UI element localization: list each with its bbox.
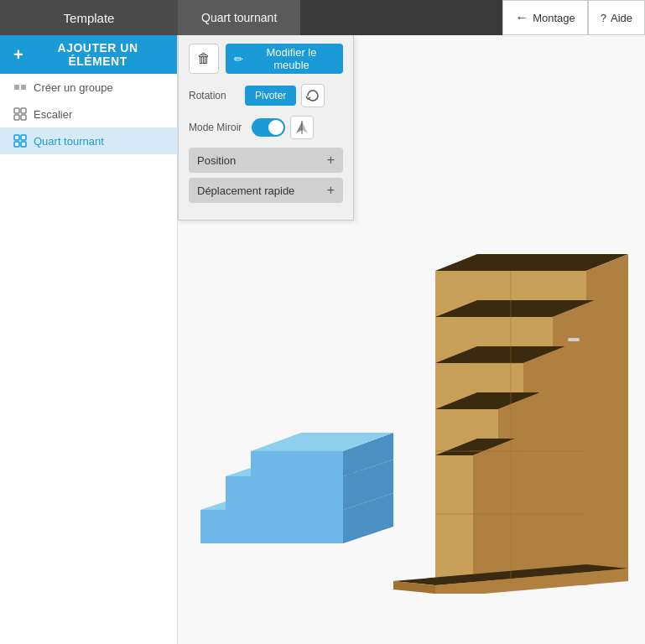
svg-rect-1	[21, 85, 26, 90]
mirror-controls	[252, 116, 314, 139]
top-bar: Template Quart tournant ← Montage ? Aide	[0, 0, 645, 35]
deplacement-row[interactable]: Déplacement rapide +	[189, 178, 343, 203]
modify-button[interactable]: ✏ Modifier le meuble	[226, 44, 343, 74]
svg-marker-11	[302, 122, 308, 133]
rotation-controls: Pivoter	[245, 84, 325, 107]
mirror-shape-icon[interactable]	[290, 116, 314, 139]
content-area: 🗑 ✏ Modifier le meuble Rotation Pivoter	[178, 35, 645, 644]
toolbar-panel: 🗑 ✏ Modifier le meuble Rotation Pivoter	[178, 35, 354, 221]
template-tab[interactable]: Template	[0, 0, 178, 35]
sidebar: + AJOUTER UN ÉLÉMENT Créer un groupe Esc…	[0, 35, 178, 644]
svg-rect-43	[568, 338, 580, 341]
svg-rect-5	[21, 115, 26, 120]
create-group-label: Créer un groupe	[34, 81, 113, 94]
quart-tournant-label: Quart tournant	[34, 135, 104, 148]
add-element-button[interactable]: + AJOUTER UN ÉLÉMENT	[0, 35, 177, 74]
rotation-label: Rotation	[189, 90, 235, 101]
toggle-slider	[252, 118, 285, 137]
back-arrow-icon: ←	[515, 10, 528, 25]
mirror-svg	[294, 120, 309, 135]
sidebar-item-quart-tournant[interactable]: Quart tournant	[0, 127, 177, 154]
escalier-icon	[13, 107, 27, 121]
rotate-icon-svg	[305, 88, 320, 103]
montage-button[interactable]: ← Montage	[502, 0, 588, 35]
position-label: Position	[197, 154, 236, 167]
svg-marker-13	[200, 510, 343, 543]
svg-rect-9	[21, 142, 26, 147]
quart-tournant-tab[interactable]: Quart tournant	[178, 0, 300, 35]
aide-button[interactable]: ? Aide	[588, 0, 645, 35]
mirror-label: Mode Miroir	[189, 122, 242, 133]
mirror-toggle[interactable]	[252, 118, 285, 137]
position-plus-icon: +	[327, 153, 335, 168]
svg-marker-19	[251, 451, 343, 476]
svg-rect-6	[14, 135, 19, 140]
svg-rect-7	[21, 135, 26, 140]
svg-rect-4	[14, 115, 19, 120]
modify-label: Modifier le meuble	[248, 46, 335, 71]
svg-rect-8	[14, 142, 19, 147]
svg-marker-36	[435, 455, 473, 585]
plus-icon: +	[13, 45, 23, 65]
svg-rect-0	[14, 85, 19, 90]
deplacement-plus-icon: +	[327, 183, 335, 198]
add-element-label: AJOUTER UN ÉLÉMENT	[32, 41, 164, 68]
question-icon: ?	[601, 12, 606, 24]
position-row[interactable]: Position +	[189, 148, 343, 173]
main-layout: + AJOUTER UN ÉLÉMENT Créer un groupe Esc…	[0, 35, 645, 644]
pencil-icon: ✏	[234, 53, 243, 65]
escalier-label: Escalier	[34, 108, 72, 121]
svg-marker-10	[296, 122, 302, 133]
aide-label: Aide	[611, 12, 632, 24]
sidebar-item-escalier[interactable]: Escalier	[0, 101, 177, 127]
delete-button[interactable]: 🗑	[189, 44, 219, 74]
template-label: Template	[64, 11, 115, 25]
toolbar-row-actions: 🗑 ✏ Modifier le meuble	[189, 44, 343, 74]
pivoter-button[interactable]: Pivoter	[245, 86, 296, 106]
pivoter-label: Pivoter	[255, 90, 286, 101]
svg-marker-16	[226, 476, 343, 510]
quart-tournant-label: Quart tournant	[201, 11, 277, 24]
delete-icon: 🗑	[197, 51, 211, 66]
montage-label: Montage	[533, 12, 575, 24]
rotate-icon-button[interactable]	[301, 84, 325, 107]
top-bar-actions: ← Montage ? Aide	[502, 0, 645, 35]
quart-tournant-icon	[13, 134, 27, 148]
svg-rect-2	[14, 108, 19, 113]
deplacement-label: Déplacement rapide	[197, 184, 294, 197]
mirror-section: Mode Miroir	[189, 116, 343, 139]
svg-rect-3	[21, 108, 26, 113]
group-icon	[13, 80, 27, 94]
rotation-section: Rotation Pivoter	[189, 84, 343, 107]
svg-marker-35	[473, 439, 515, 585]
sidebar-item-create-group[interactable]: Créer un groupe	[0, 74, 177, 101]
